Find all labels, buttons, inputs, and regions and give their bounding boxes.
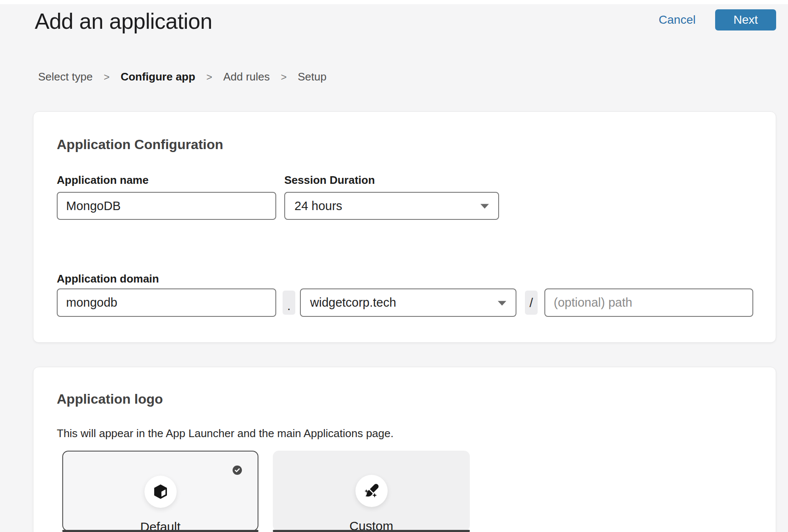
path-input[interactable] (544, 288, 753, 317)
page-title: Add an application (35, 8, 212, 34)
session-duration-value: 24 hours (294, 199, 342, 213)
breadcrumb-step-add-rules[interactable]: Add rules (223, 70, 270, 83)
configuration-heading: Application Configuration (57, 136, 223, 153)
session-duration-label: Session Duration (284, 173, 375, 187)
cube-icon (144, 476, 177, 508)
tile-bottom-edge (62, 530, 258, 532)
logo-description: This will appear in the App Launcher and… (57, 426, 394, 441)
tile-bottom-edge (273, 530, 470, 532)
breadcrumb-step-select-type[interactable]: Select type (38, 70, 93, 83)
breadcrumb-step-setup[interactable]: Setup (298, 70, 327, 83)
domain-select[interactable]: widgetcorp.tech (300, 288, 516, 317)
application-name-label: Application name (57, 173, 149, 187)
domain-select-value: widgetcorp.tech (310, 296, 396, 310)
chevron-down-icon (480, 204, 489, 209)
subdomain-input[interactable] (57, 288, 276, 317)
logo-option-default[interactable]: Default (62, 451, 258, 531)
logo-heading: Application logo (57, 391, 163, 407)
paintbrush-sparkles-icon (355, 475, 388, 507)
cancel-button[interactable]: Cancel (659, 13, 696, 27)
breadcrumb-separator-icon: > (206, 71, 212, 83)
domain-slash-separator: / (525, 291, 538, 315)
logo-option-custom[interactable]: Custom (273, 451, 470, 531)
next-button[interactable]: Next (715, 9, 776, 30)
chevron-down-icon (498, 301, 506, 305)
application-name-input[interactable] (57, 192, 276, 220)
application-logo-card: Application logo This will appear in the… (33, 367, 776, 532)
application-domain-label: Application domain (57, 272, 159, 285)
header-actions: Cancel Next (659, 9, 776, 30)
application-configuration-card: Application Configuration Application na… (33, 111, 776, 343)
breadcrumb-step-configure-app[interactable]: Configure app (121, 70, 195, 83)
domain-dot-separator: . (283, 291, 295, 315)
top-strip (0, 0, 788, 4)
breadcrumb: Select type > Configure app > Add rules … (38, 70, 327, 83)
check-icon (233, 466, 242, 475)
add-application-page: Add an application Cancel Next Select ty… (0, 0, 788, 532)
breadcrumb-separator-icon: > (104, 71, 110, 83)
breadcrumb-separator-icon: > (281, 71, 287, 83)
session-duration-select[interactable]: 24 hours (284, 192, 499, 220)
